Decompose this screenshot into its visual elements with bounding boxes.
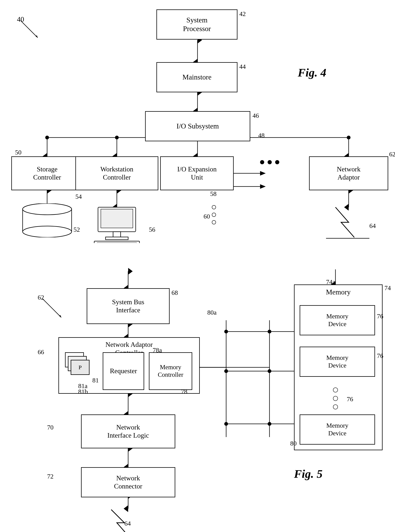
svg-point-55	[23, 203, 72, 215]
svg-point-64	[212, 220, 216, 224]
svg-point-63	[212, 213, 216, 217]
p-label-3: P	[79, 364, 82, 371]
p-box-3: P	[71, 360, 89, 375]
label-62-fig4: 62	[389, 151, 395, 158]
svg-point-70	[333, 396, 338, 401]
label-76a: 76	[377, 313, 383, 320]
label-64-fig5: 64	[124, 520, 131, 527]
fig4-label: Fig. 4	[298, 66, 326, 79]
svg-point-54	[23, 226, 72, 237]
label-50: 50	[15, 149, 22, 156]
label-48: 48	[258, 132, 265, 139]
label-80: 80	[290, 440, 297, 447]
svg-line-66	[42, 299, 61, 317]
system-bus-interface-box: System Bus Interface	[87, 288, 170, 324]
memory-controller-label: Memory Controller	[158, 364, 183, 379]
io-expansion-dots	[208, 203, 223, 226]
svg-point-69	[333, 388, 338, 392]
diagram-container: 40 System Processor 42 Mainstore 44 Fig.…	[0, 0, 395, 532]
label-78: 78	[181, 388, 187, 395]
requester-box: Requester	[103, 352, 144, 390]
storage-controller-label: StorageController	[33, 165, 61, 181]
svg-point-21	[115, 136, 119, 139]
svg-point-62	[212, 205, 216, 209]
memory-device-3-label: Memory Device	[326, 422, 348, 437]
bus-dots	[260, 160, 279, 164]
memory-device-2-label: Memory Device	[326, 354, 348, 369]
label-68: 68	[171, 289, 178, 296]
io-expansion-box: I/O ExpansionUnit	[160, 156, 234, 190]
svg-rect-58	[113, 232, 121, 237]
memory-label: Memory	[326, 288, 351, 297]
svg-point-47	[224, 330, 228, 333]
network-connector-box: Network Connector	[81, 467, 175, 497]
label-74a: 74a	[326, 278, 335, 286]
label-81: 81	[92, 377, 99, 384]
storage-controller-box: StorageController	[11, 156, 83, 190]
network-interface-logic-label: Network Interface Logic	[107, 423, 149, 440]
label-54: 54	[75, 193, 82, 200]
label-76b: 76	[377, 352, 383, 359]
label-42: 42	[239, 10, 246, 17]
arrow-40	[19, 19, 41, 41]
label-52: 52	[73, 226, 80, 233]
label-46: 46	[252, 112, 259, 119]
label-72: 72	[47, 473, 54, 480]
label-56: 56	[149, 226, 155, 233]
svg-point-23	[347, 136, 351, 139]
svg-rect-59	[105, 237, 128, 240]
label-76c: 76	[347, 396, 353, 403]
network-adaptor-box: NetworkAdaptor	[309, 156, 388, 190]
memory-device-2-box: Memory Device	[300, 347, 375, 377]
network-adaptor-label: NetworkAdaptor	[337, 165, 361, 181]
system-processor-box: System Processor	[156, 9, 237, 40]
mainstore-box: Mainstore	[156, 62, 237, 92]
mainstore-label: Mainstore	[182, 73, 211, 81]
requester-label: Requester	[110, 367, 137, 375]
memory-controller-box: Memory Controller	[149, 352, 192, 390]
svg-point-49	[224, 422, 228, 426]
svg-rect-61	[97, 242, 137, 243]
network-symbol-fig5	[87, 508, 158, 532]
memory-dots	[330, 386, 345, 411]
label-81b: 81b	[78, 388, 88, 395]
label-80a: 80a	[207, 309, 217, 316]
label-78a: 78a	[153, 347, 162, 354]
label-66: 66	[38, 348, 44, 356]
storage-cylinder	[22, 203, 72, 237]
io-subsystem-label: I/O Subsystem	[177, 122, 219, 130]
workstation-icon	[87, 205, 149, 243]
label-74: 74	[384, 284, 391, 292]
label-64-fig4: 64	[369, 222, 376, 229]
svg-point-71	[333, 405, 338, 409]
memory-device-3-box: Memory Device	[300, 414, 375, 445]
memory-device-1-label: Memory Device	[326, 313, 348, 328]
workstation-controller-box: WorkstationController	[75, 156, 158, 190]
svg-point-36	[268, 422, 271, 426]
system-bus-interface-label: System Bus Interface	[112, 298, 144, 314]
network-connector-label: Network Connector	[114, 474, 142, 490]
svg-line-50	[21, 21, 38, 38]
system-processor-label: System Processor	[183, 16, 211, 33]
svg-point-48	[224, 369, 228, 373]
workstation-controller-label: WorkstationController	[100, 165, 133, 181]
memory-device-1-box: Memory Device	[300, 305, 375, 335]
label-58: 58	[210, 190, 217, 197]
label-44: 44	[239, 63, 246, 70]
svg-point-35	[268, 369, 271, 373]
io-subsystem-box: I/O Subsystem	[145, 111, 250, 141]
fig5-label: Fig. 5	[294, 467, 323, 481]
svg-point-20	[45, 136, 49, 139]
arrow-62	[40, 297, 65, 321]
label-70: 70	[47, 424, 54, 431]
svg-rect-57	[101, 209, 133, 228]
io-expansion-label: I/O ExpansionUnit	[177, 165, 217, 181]
network-interface-logic-box: Network Interface Logic	[81, 414, 175, 448]
svg-point-34	[268, 330, 271, 333]
